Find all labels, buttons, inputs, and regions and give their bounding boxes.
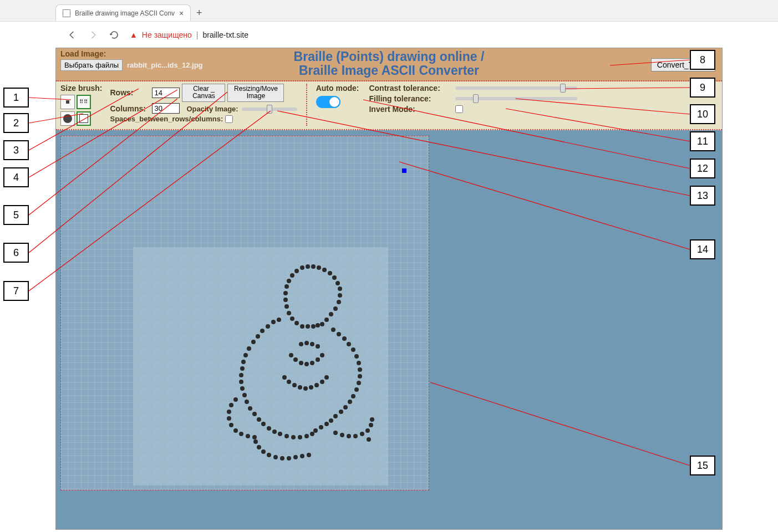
spaces-checkbox[interactable] xyxy=(225,115,233,123)
svg-point-70 xyxy=(319,425,323,429)
svg-point-32 xyxy=(256,334,260,339)
svg-point-54 xyxy=(248,406,252,411)
brush-large[interactable]: ⠿⠿ xyxy=(77,95,91,109)
url-host: braille-txt.site xyxy=(203,30,248,39)
svg-point-62 xyxy=(261,422,266,426)
svg-point-80 xyxy=(229,423,233,427)
columns-label: Columns: xyxy=(110,104,150,113)
svg-point-28 xyxy=(316,323,320,328)
svg-point-47 xyxy=(357,381,361,385)
svg-point-104 xyxy=(299,342,303,346)
spaces-label: Spaces_between_rows/columns: xyxy=(110,115,223,123)
brush-size-options: ⠿⠿ xyxy=(60,95,102,109)
svg-point-111 xyxy=(304,362,309,366)
url-field[interactable]: ▲ Не защищено | braille-txt.site xyxy=(130,30,723,39)
contrast-row: Contrast tolerance: xyxy=(369,84,577,93)
brush-square[interactable] xyxy=(77,111,91,126)
svg-point-119 xyxy=(303,386,308,391)
svg-point-106 xyxy=(310,342,314,346)
contrast-slider[interactable] xyxy=(455,86,577,90)
svg-point-87 xyxy=(347,434,351,438)
back-button[interactable] xyxy=(67,29,78,40)
resize-handle[interactable] xyxy=(402,168,406,173)
auto-mode-toggle[interactable] xyxy=(316,96,340,108)
svg-point-24 xyxy=(294,321,299,325)
columns-input[interactable] xyxy=(152,103,180,114)
annotation-6: 6 xyxy=(3,243,29,263)
svg-point-83 xyxy=(246,434,250,438)
annotation-9: 9 xyxy=(690,78,715,98)
svg-point-81 xyxy=(233,428,238,433)
clear-canvas-button[interactable]: Clear _ Canvas xyxy=(182,84,225,103)
auto-mode-column: Auto mode: xyxy=(316,84,359,126)
svg-point-76 xyxy=(233,397,238,402)
svg-point-116 xyxy=(287,380,291,384)
filling-slider[interactable] xyxy=(455,97,577,100)
invert-label: Invert Mode: xyxy=(369,105,452,114)
svg-point-94 xyxy=(267,453,271,457)
svg-point-27 xyxy=(311,324,316,329)
app: Load Image: Выбрать файлы rabbit_pic...i… xyxy=(55,48,723,530)
svg-point-92 xyxy=(370,417,374,422)
annotation-8: 8 xyxy=(690,50,715,70)
arrow-right-icon xyxy=(88,30,98,40)
app-header: Load Image: Выбрать файлы rabbit_pic...i… xyxy=(56,48,722,81)
svg-point-107 xyxy=(316,344,320,349)
loaded-file-name: rabbit_pic...ids_12.jpg xyxy=(127,61,203,69)
columns-row: Columns: Opacity Image: xyxy=(110,103,297,114)
invert-checkbox[interactable] xyxy=(455,105,463,113)
svg-point-105 xyxy=(304,341,309,345)
svg-point-75 xyxy=(310,432,314,436)
annotation-11: 11 xyxy=(690,131,715,151)
svg-point-64 xyxy=(272,429,277,434)
size-brush-label: Size brush: xyxy=(60,84,102,93)
brush-small[interactable] xyxy=(60,95,75,109)
drawing-grid[interactable] xyxy=(60,136,429,490)
svg-point-89 xyxy=(360,432,364,436)
svg-point-93 xyxy=(367,437,371,442)
auto-settings: Auto mode: Contrast tolerance: Filling t… xyxy=(316,84,718,126)
svg-point-5 xyxy=(300,265,304,270)
svg-point-102 xyxy=(257,445,261,449)
browser-chrome: Braille drawing image ASCII Conv × + ▲ Н… xyxy=(0,0,778,48)
svg-point-38 xyxy=(331,328,335,332)
svg-point-11 xyxy=(335,281,340,285)
close-icon[interactable]: × xyxy=(179,9,184,18)
load-image-section: Load Image: Выбрать файлы rabbit_pic...i… xyxy=(60,49,203,71)
forward-button[interactable] xyxy=(88,29,99,40)
svg-point-71 xyxy=(313,428,318,433)
svg-point-109 xyxy=(293,357,298,362)
toggle-knob-icon xyxy=(329,97,339,107)
annotation-2: 2 xyxy=(3,113,29,133)
svg-point-108 xyxy=(289,353,293,357)
rows-label: Rows: xyxy=(110,88,150,97)
resize-move-button[interactable]: Resizing/Move Image xyxy=(227,84,284,103)
svg-point-3 xyxy=(322,268,327,272)
opacity-slider[interactable] xyxy=(242,108,297,111)
reload-button[interactable] xyxy=(109,29,120,40)
svg-point-88 xyxy=(353,434,358,438)
svg-point-2 xyxy=(317,265,321,270)
svg-point-26 xyxy=(306,324,310,329)
annotation-13: 13 xyxy=(690,186,715,206)
brush-shape-options xyxy=(60,111,102,126)
svg-point-55 xyxy=(252,412,257,416)
svg-point-53 xyxy=(245,400,249,404)
svg-point-34 xyxy=(277,318,281,322)
choose-files-button[interactable]: Выбрать файлы xyxy=(60,59,123,71)
svg-point-29 xyxy=(271,320,276,324)
separator: | xyxy=(196,30,199,39)
svg-point-98 xyxy=(293,455,298,459)
browser-tab[interactable]: Braille drawing image ASCII Conv × xyxy=(55,4,191,21)
rows-input[interactable] xyxy=(152,88,180,98)
canvas-area[interactable] xyxy=(56,130,722,529)
new-tab-button[interactable]: + xyxy=(191,4,207,21)
svg-point-58 xyxy=(351,394,355,398)
svg-point-16 xyxy=(283,298,288,302)
annotation-12: 12 xyxy=(690,158,715,178)
brush-round[interactable] xyxy=(60,111,75,126)
address-bar: ▲ Не защищено | braille-txt.site xyxy=(0,21,778,48)
svg-point-100 xyxy=(307,453,311,457)
svg-point-45 xyxy=(358,367,362,372)
svg-point-65 xyxy=(278,432,282,436)
